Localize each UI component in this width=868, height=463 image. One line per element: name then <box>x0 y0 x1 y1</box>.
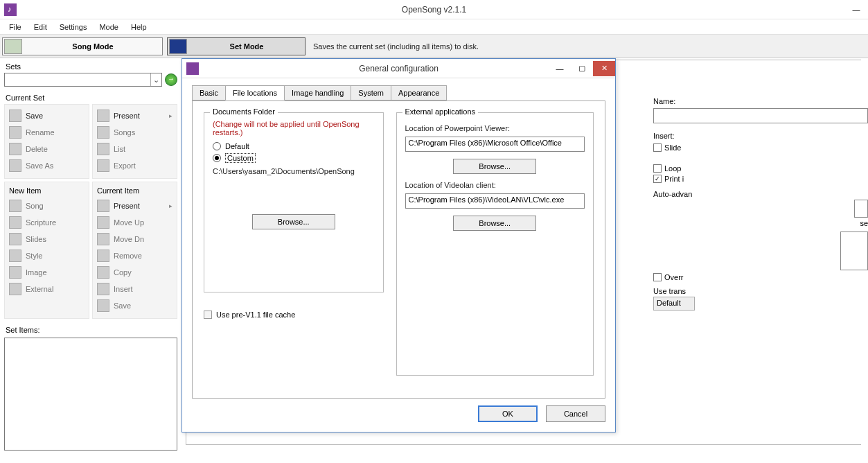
documents-folder-group: Documents Folder (Change will not be app… <box>204 112 384 292</box>
print-checkbox[interactable]: ✓ <box>653 175 662 183</box>
sets-go-button[interactable] <box>165 73 177 86</box>
item-present-button[interactable]: Present▸ <box>94 198 175 214</box>
tab-system[interactable]: System <box>351 85 391 101</box>
chevron-right-icon: ▸ <box>169 112 172 119</box>
vlc-label: Location of Videolan client: <box>405 181 585 189</box>
song-mode-button[interactable]: Song Mode <box>2 37 163 55</box>
set-items-label: Set Items: <box>4 324 177 336</box>
remove-button[interactable]: Remove <box>94 247 175 264</box>
auto-input[interactable] <box>854 200 868 218</box>
sets-combo[interactable]: ⌄ <box>4 73 162 87</box>
delete-icon <box>9 143 21 155</box>
cancel-button[interactable]: Cancel <box>546 405 605 422</box>
menu-help[interactable]: Help <box>125 21 153 33</box>
tab-appearance[interactable]: Appearance <box>391 85 447 101</box>
set-mode-icon <box>169 39 187 54</box>
new-slides-button[interactable]: Slides <box>6 231 87 247</box>
saveas-icon <box>9 159 21 172</box>
save-button[interactable]: Save <box>6 107 87 124</box>
loop-label: Loop <box>664 164 681 173</box>
new-style-button[interactable]: Style <box>6 247 87 264</box>
auto-label: Auto-advan <box>653 189 868 200</box>
insert-button[interactable]: Insert <box>94 281 175 297</box>
rename-icon <box>9 126 21 139</box>
delete-button[interactable]: Delete <box>6 141 87 157</box>
menu-settings[interactable]: Settings <box>53 21 94 33</box>
precache-label: Use pre-V1.1 file cache <box>216 311 295 319</box>
menubar: File Edit Settings Mode Help <box>0 19 868 35</box>
sec-label: se <box>653 218 868 229</box>
image-icon <box>9 266 21 279</box>
song-mode-label: Song Mode <box>24 42 162 51</box>
external-apps-group: External applications Location of Powerp… <box>396 112 594 376</box>
present-button[interactable]: Present▸ <box>94 107 175 124</box>
new-external-button[interactable]: External <box>6 281 87 297</box>
new-image-button[interactable]: Image <box>6 264 87 281</box>
new-scripture-button[interactable]: Scripture <box>6 214 87 231</box>
songs-button[interactable]: Songs <box>94 124 175 141</box>
mode-toolbar: Song Mode Set Mode Saves the current set… <box>0 35 868 58</box>
name-input[interactable] <box>653 108 868 123</box>
slides-icon <box>9 233 21 245</box>
menu-mode[interactable]: Mode <box>93 21 125 33</box>
new-song-button[interactable]: Song <box>6 198 87 214</box>
item-save-button[interactable]: Save <box>94 297 175 314</box>
documents-browse-button[interactable]: Browse... <box>252 214 335 229</box>
rename-button[interactable]: Rename <box>6 124 87 141</box>
save-icon <box>97 299 109 312</box>
insert-label: Insert: <box>653 130 868 141</box>
vlc-browse-button[interactable]: Browse... <box>453 216 536 231</box>
current-item-label: Current Item <box>94 185 175 198</box>
song-icon <box>9 200 21 212</box>
chevron-right-icon: ▸ <box>169 202 172 209</box>
movedn-button[interactable]: Move Dn <box>94 231 175 247</box>
export-button[interactable]: Export <box>94 157 175 174</box>
print-label: Print i <box>664 175 684 183</box>
menu-edit[interactable]: Edit <box>28 21 53 33</box>
radio-icon <box>213 154 221 162</box>
override-checkbox[interactable] <box>653 273 662 281</box>
slide-button[interactable]: Slide <box>664 143 681 152</box>
documents-path: C:\Users\yasam_2\Documents\OpenSong <box>213 167 375 175</box>
saveas-button[interactable]: Save As <box>6 157 87 174</box>
current-set-right: Present▸ Songs List Export <box>92 104 177 179</box>
set-items-list[interactable] <box>4 338 177 451</box>
trans-dropdown[interactable]: Default <box>653 297 695 311</box>
ppt-label: Location of Powerpoint Viewer: <box>405 124 585 132</box>
vlc-path-input[interactable]: C:\Program Files (x86)\VideoLAN\VLC\vlc.… <box>405 193 585 209</box>
style-icon <box>9 250 21 262</box>
movedn-icon <box>97 233 109 245</box>
songs-icon <box>97 126 109 139</box>
documents-warning: (Change will not be applied until OpenSo… <box>213 120 375 137</box>
chevron-down-icon: ⌄ <box>150 73 161 86</box>
set-mode-button[interactable]: Set Mode <box>167 37 305 55</box>
preview-box <box>840 232 868 270</box>
precache-checkbox-row[interactable]: Use pre-V1.1 file cache <box>204 311 384 319</box>
list-button[interactable]: List <box>94 141 175 157</box>
ppt-browse-button[interactable]: Browse... <box>453 159 536 174</box>
sets-label: Sets <box>4 61 177 73</box>
default-radio[interactable]: Default <box>213 142 375 150</box>
ppt-path-input[interactable]: C:\Program Files (x86)\Microsoft Office\… <box>405 137 585 152</box>
precache-checkbox[interactable] <box>204 311 212 319</box>
external-legend: External applications <box>402 107 479 116</box>
current-item-panel: Current Item Present▸ Move Up Move Dn Re… <box>92 182 177 319</box>
tab-basic[interactable]: Basic <box>192 85 226 101</box>
moveup-button[interactable]: Move Up <box>94 214 175 231</box>
window-title: OpenSong v2.1.1 <box>0 5 868 15</box>
tab-image-handling[interactable]: Image handling <box>284 85 351 101</box>
documents-legend: Documents Folder <box>210 107 278 116</box>
custom-radio[interactable]: Custom <box>213 153 375 163</box>
left-panel: Sets ⌄ Current Set Save Rename Delete Sa… <box>4 61 177 451</box>
menu-file[interactable]: File <box>3 21 28 33</box>
name-label: Name: <box>653 96 868 107</box>
dialog-title: General configuration <box>182 64 615 73</box>
copy-button[interactable]: Copy <box>94 264 175 281</box>
override-label: Overr <box>664 273 684 281</box>
ok-button[interactable]: OK <box>478 405 538 422</box>
use-trans-label: Use trans <box>653 286 868 297</box>
tab-file-locations[interactable]: File locations <box>225 85 285 101</box>
titlebar: ♪ OpenSong v2.1.1 — <box>0 0 868 19</box>
loop-checkbox[interactable] <box>653 164 662 173</box>
set-mode-label: Set Mode <box>188 42 305 51</box>
